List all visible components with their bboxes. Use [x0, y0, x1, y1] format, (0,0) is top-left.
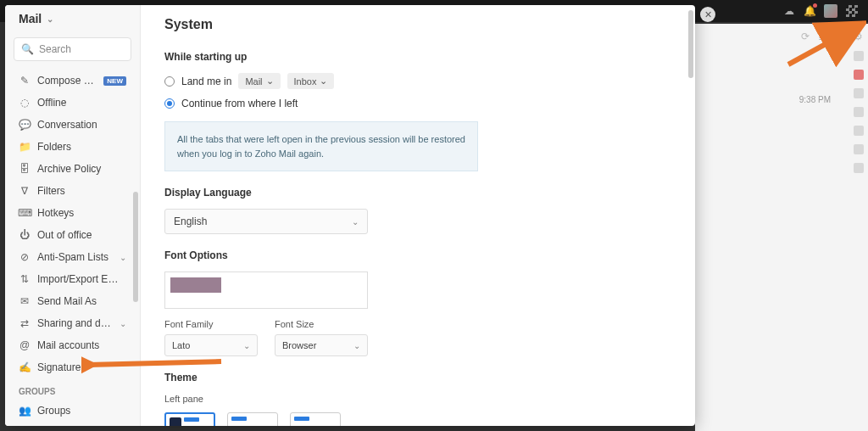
chevron-down-icon: ⌄ — [120, 253, 126, 262]
sidebar-item-accounts[interactable]: @ Mail accounts — [5, 334, 140, 356]
search-input[interactable]: 🔍 Search — [14, 37, 131, 61]
section-theme: Theme — [164, 372, 671, 383]
theme-option-1[interactable] — [164, 412, 215, 426]
font-preview — [164, 271, 368, 309]
toolbar-icon[interactable]: ≣ — [818, 31, 826, 48]
sendas-icon: ✉ — [19, 295, 31, 307]
theme-option-2[interactable] — [227, 412, 278, 426]
sidebar-item-compose[interactable]: ✎ Compose Customi... NEW — [5, 70, 140, 92]
group-header: GROUPS — [5, 378, 140, 400]
select-font-family[interactable]: Lato ⌄ — [164, 334, 258, 356]
widget-icon[interactable] — [854, 126, 864, 136]
filter-icon: ∇ — [19, 185, 31, 197]
widget-icon[interactable] — [854, 51, 864, 61]
avatar[interactable] — [824, 4, 837, 18]
widget-icon[interactable] — [854, 107, 864, 117]
groups-icon: 👥 — [19, 405, 31, 417]
settings-main: System While starting up Land me in Mail… — [141, 5, 695, 426]
settings-sidebar: Mail ⌄ 🔍 Search ✎ Compose Customi... NEW… — [5, 5, 141, 426]
widget-icon[interactable] — [854, 88, 864, 98]
bell-icon[interactable]: 🔔 — [804, 5, 815, 17]
folder-icon: 📁 — [19, 141, 31, 153]
sidebar-item-conversation[interactable]: 💬 Conversation — [5, 114, 140, 136]
section-startup: While starting up — [164, 51, 671, 63]
antispam-icon: ⊘ — [19, 251, 31, 263]
widget-icon[interactable] — [854, 70, 864, 80]
chevron-down-icon: ⌄ — [47, 14, 53, 24]
select-mail[interactable]: Mail ⌄ — [238, 73, 280, 89]
info-box: All the tabs that were left open in the … — [164, 121, 478, 171]
chevron-down-icon: ⌄ — [352, 217, 359, 227]
sharing-icon: ⇄ — [19, 317, 31, 329]
toolbar-icon[interactable]: 🗑 — [835, 31, 845, 48]
offline-icon: ◌ — [19, 97, 31, 109]
scrollbar[interactable] — [688, 10, 693, 78]
sidebar-item-hotkeys[interactable]: ⌨ Hotkeys — [5, 202, 140, 224]
section-language: Display Language — [164, 187, 671, 199]
chevron-down-icon: ⌄ — [243, 341, 250, 350]
outofoffice-icon: ⏻ — [19, 229, 31, 241]
chevron-down-icon: ⌄ — [266, 76, 274, 87]
chevron-down-icon: ⌄ — [353, 341, 360, 350]
apps-grid-icon[interactable] — [846, 5, 858, 17]
archive-icon: 🗄 — [19, 163, 31, 175]
cloud-icon[interactable]: ☁ — [783, 5, 795, 17]
chevron-down-icon: ⌄ — [320, 76, 327, 87]
compose-icon: ✎ — [19, 75, 31, 87]
theme-sublabel: Left pane — [164, 394, 671, 404]
field-label: Font Family — [164, 319, 258, 329]
scrollbar[interactable] — [133, 192, 138, 302]
sidebar-item-import[interactable]: ⇅ Import/Export Emails — [5, 268, 140, 290]
close-button[interactable]: ✕ — [700, 7, 715, 22]
accounts-icon: @ — [19, 339, 31, 351]
sidebar-item-outofoffice[interactable]: ⏻ Out of office — [5, 224, 140, 246]
chevron-down-icon: ⌄ — [120, 319, 126, 328]
timestamp: 9:38 PM — [799, 95, 831, 104]
page-title: System — [164, 17, 671, 32]
settings-icon[interactable]: ⚙ — [854, 31, 863, 48]
font-swatch — [170, 277, 221, 293]
sidebar-item-sendas[interactable]: ✉ Send Mail As — [5, 290, 140, 312]
select-inbox[interactable]: Inbox ⌄ — [287, 73, 335, 89]
sidebar-item-signature[interactable]: ✍ Signature — [5, 356, 140, 378]
hotkeys-icon: ⌨ — [19, 207, 31, 219]
radio-landmein[interactable] — [164, 76, 175, 87]
conversation-icon: 💬 — [19, 119, 31, 131]
widget-icon[interactable] — [854, 163, 864, 173]
sidebar-title[interactable]: Mail ⌄ — [5, 5, 140, 34]
search-icon: 🔍 — [21, 43, 34, 55]
sidebar-item-sharing[interactable]: ⇄ Sharing and delegation ⌄ — [5, 312, 140, 334]
sidebar-item-folders[interactable]: 📁 Folders — [5, 136, 140, 158]
settings-modal: Mail ⌄ 🔍 Search ✎ Compose Customi... NEW… — [5, 5, 695, 426]
radio-continue[interactable] — [164, 98, 175, 109]
radio-label: Land me in — [181, 76, 231, 87]
sidebar-item-archive[interactable]: 🗄 Archive Policy — [5, 158, 140, 180]
select-language[interactable]: English ⌄ — [164, 209, 368, 234]
theme-option-3[interactable] — [290, 412, 341, 426]
sidebar-item-offline[interactable]: ◌ Offline — [5, 92, 140, 114]
sidebar-item-groups[interactable]: 👥 Groups — [5, 400, 140, 422]
sidebar-item-antispam[interactable]: ⊘ Anti-Spam Lists ⌄ — [5, 246, 140, 268]
field-label: Font Size — [275, 319, 368, 329]
toolbar-icon[interactable]: ⟳ — [801, 31, 810, 48]
select-font-size[interactable]: Browser ⌄ — [275, 334, 368, 356]
widget-icon[interactable] — [854, 144, 864, 154]
import-icon: ⇅ — [19, 273, 31, 285]
sidebar-item-filters[interactable]: ∇ Filters — [5, 180, 140, 202]
new-badge: NEW — [103, 76, 126, 86]
signature-icon: ✍ — [19, 361, 31, 373]
section-font: Font Options — [164, 249, 671, 261]
radio-label: Continue from where I left — [181, 98, 298, 109]
